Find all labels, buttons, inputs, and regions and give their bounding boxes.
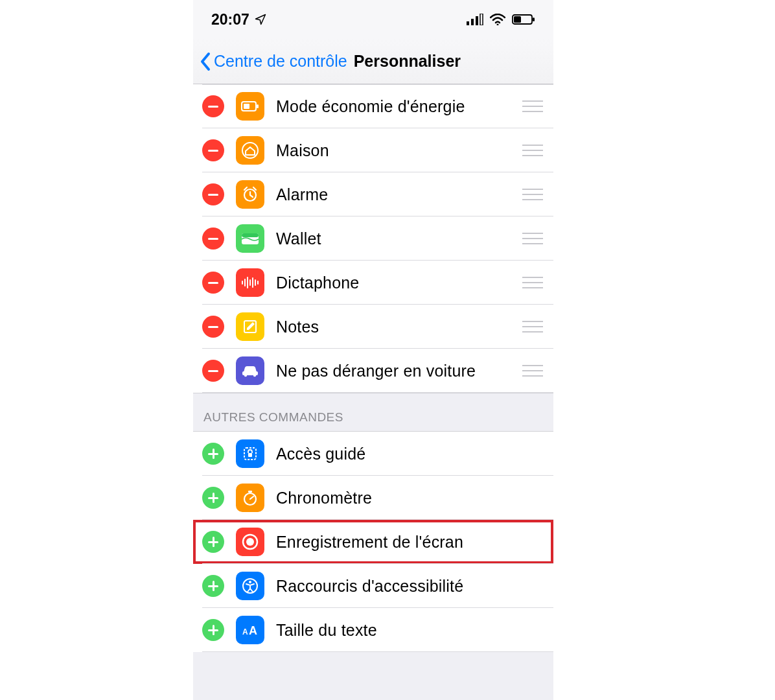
back-button[interactable]: Centre de contrôle bbox=[200, 52, 347, 71]
back-label: Centre de contrôle bbox=[214, 52, 347, 71]
row-label: Maison bbox=[276, 141, 522, 160]
accessibility-icon bbox=[236, 572, 264, 600]
chevron-left-icon bbox=[200, 52, 211, 71]
svg-rect-27 bbox=[248, 453, 252, 457]
row-label: Enregistrement de l'écran bbox=[276, 533, 543, 552]
svg-rect-29 bbox=[248, 491, 252, 493]
svg-text:A: A bbox=[249, 624, 257, 637]
row-stopwatch[interactable]: Chronomètre bbox=[193, 476, 553, 520]
row-label: Notes bbox=[276, 318, 522, 336]
add-button[interactable] bbox=[202, 619, 224, 641]
svg-point-4 bbox=[497, 24, 499, 26]
row-label: Dictaphone bbox=[276, 274, 522, 292]
svg-text:A: A bbox=[242, 627, 248, 636]
row-guided-access[interactable]: Accès guidé bbox=[193, 432, 553, 476]
row-label: Accès guidé bbox=[276, 445, 543, 463]
row-wallet[interactable]: Wallet bbox=[193, 216, 553, 261]
stopwatch-icon bbox=[236, 484, 264, 512]
signal-icon bbox=[467, 14, 483, 25]
section-header-more: AUTRES COMMANDES bbox=[193, 393, 553, 432]
row-label: Wallet bbox=[276, 229, 522, 248]
row-label: Ne pas déranger en voiture bbox=[276, 362, 522, 380]
status-bar: 20:07 bbox=[193, 0, 553, 39]
waveform-icon bbox=[236, 268, 264, 297]
reorder-handle[interactable] bbox=[522, 145, 543, 156]
svg-rect-10 bbox=[257, 104, 259, 108]
reorder-handle[interactable] bbox=[522, 277, 543, 288]
svg-point-31 bbox=[246, 538, 254, 546]
reorder-handle[interactable] bbox=[522, 233, 543, 244]
battery-mode-icon bbox=[236, 92, 264, 121]
add-button[interactable] bbox=[202, 487, 224, 509]
row-label: Alarme bbox=[276, 185, 522, 204]
remove-button[interactable] bbox=[202, 228, 224, 250]
row-accessibility-shortcuts[interactable]: Raccourcis d'accessibilité bbox=[193, 564, 553, 608]
add-button[interactable] bbox=[202, 443, 224, 465]
more-list: Accès guidé Chronomètre Enregistrement d… bbox=[193, 432, 553, 652]
row-voice-memos[interactable]: Dictaphone bbox=[193, 261, 553, 305]
battery-icon bbox=[512, 14, 535, 25]
reorder-handle[interactable] bbox=[522, 365, 543, 377]
svg-point-33 bbox=[249, 581, 251, 583]
remove-button[interactable] bbox=[202, 316, 224, 338]
reorder-handle[interactable] bbox=[522, 321, 543, 332]
notes-icon bbox=[236, 312, 264, 341]
row-label: Raccourcis d'accessibilité bbox=[276, 577, 543, 596]
phone-frame: 20:07 Centre de contrôle Personnaliser bbox=[193, 0, 553, 700]
svg-rect-9 bbox=[244, 104, 249, 109]
row-low-power[interactable]: Mode économie d'énergie bbox=[193, 84, 553, 128]
wifi-icon bbox=[490, 14, 505, 25]
text-size-icon: AA bbox=[236, 616, 264, 644]
svg-rect-0 bbox=[467, 21, 469, 25]
alarm-icon bbox=[236, 180, 264, 209]
car-icon bbox=[236, 356, 264, 385]
row-label: Mode économie d'énergie bbox=[276, 97, 522, 116]
row-alarm[interactable]: Alarme bbox=[193, 172, 553, 216]
included-list: Mode économie d'énergie Maison Alarme bbox=[193, 84, 553, 393]
status-time: 20:07 bbox=[211, 11, 249, 29]
remove-button[interactable] bbox=[202, 272, 224, 294]
location-icon bbox=[255, 14, 266, 25]
reorder-handle[interactable] bbox=[522, 189, 543, 200]
section-title: AUTRES COMMANDES bbox=[203, 410, 343, 425]
nav-title: Personnaliser bbox=[354, 52, 461, 71]
add-button[interactable] bbox=[202, 531, 224, 553]
svg-rect-2 bbox=[476, 16, 478, 25]
guided-access-icon bbox=[236, 439, 264, 468]
svg-point-11 bbox=[242, 143, 258, 158]
svg-rect-6 bbox=[514, 16, 521, 23]
svg-rect-1 bbox=[471, 19, 474, 25]
row-notes[interactable]: Notes bbox=[193, 305, 553, 349]
row-label: Chronomètre bbox=[276, 489, 543, 508]
row-screen-recording[interactable]: Enregistrement de l'écran bbox=[193, 520, 553, 564]
svg-rect-3 bbox=[480, 14, 483, 25]
nav-bar: Centre de contrôle Personnaliser bbox=[193, 39, 553, 84]
reorder-handle[interactable] bbox=[522, 100, 543, 112]
remove-button[interactable] bbox=[202, 183, 224, 205]
add-button[interactable] bbox=[202, 575, 224, 597]
row-text-size[interactable]: AA Taille du texte bbox=[193, 608, 553, 652]
svg-rect-14 bbox=[242, 233, 259, 237]
remove-button[interactable] bbox=[202, 139, 224, 161]
remove-button[interactable] bbox=[202, 95, 224, 117]
screen-record-icon bbox=[236, 528, 264, 556]
row-dnd-driving[interactable]: Ne pas déranger en voiture bbox=[193, 349, 553, 393]
remove-button[interactable] bbox=[202, 360, 224, 382]
svg-point-25 bbox=[253, 374, 256, 377]
svg-point-24 bbox=[244, 374, 247, 377]
svg-rect-7 bbox=[533, 18, 535, 21]
row-home[interactable]: Maison bbox=[193, 128, 553, 172]
wallet-icon bbox=[236, 224, 264, 253]
row-label: Taille du texte bbox=[276, 621, 543, 640]
home-icon bbox=[236, 136, 264, 165]
